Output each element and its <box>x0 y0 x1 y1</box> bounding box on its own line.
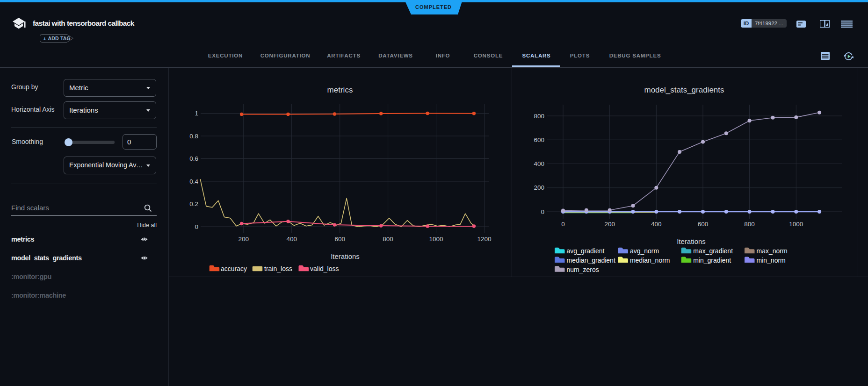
svg-text:1: 1 <box>195 110 198 117</box>
svg-text:min_gradient: min_gradient <box>693 257 731 264</box>
svg-text:400: 400 <box>286 236 297 243</box>
svg-text:0: 0 <box>541 208 544 215</box>
svg-text:1200: 1200 <box>477 236 492 243</box>
svg-text:median_gradient: median_gradient <box>567 257 615 264</box>
svg-text:0.6: 0.6 <box>189 155 198 162</box>
svg-text:400: 400 <box>534 160 544 167</box>
svg-text:0.4: 0.4 <box>189 178 198 185</box>
svg-text:Iterations: Iterations <box>331 252 360 260</box>
svg-text:600: 600 <box>334 236 345 243</box>
svg-text:Iterations: Iterations <box>677 237 706 245</box>
svg-text:+: + <box>43 36 46 42</box>
svg-text:valid_loss: valid_loss <box>310 265 339 272</box>
svg-text:avg_gradient: avg_gradient <box>567 247 605 255</box>
svg-text:accuracy: accuracy <box>221 265 247 272</box>
svg-text:ADD TAG: ADD TAG <box>48 36 71 41</box>
svg-text:0: 0 <box>561 221 565 228</box>
svg-text:1000: 1000 <box>429 236 443 243</box>
svg-text:min_norm: min_norm <box>757 257 786 264</box>
svg-text:avg_norm: avg_norm <box>630 247 659 255</box>
svg-text:600: 600 <box>698 221 709 228</box>
svg-text:metrics: metrics <box>327 86 353 94</box>
svg-text:1000: 1000 <box>789 221 803 228</box>
svg-text:train_loss: train_loss <box>264 265 292 272</box>
svg-text:800: 800 <box>744 221 755 228</box>
svg-text:max_gradient: max_gradient <box>693 247 733 255</box>
svg-text:0.2: 0.2 <box>189 200 198 207</box>
svg-text:200: 200 <box>534 184 544 191</box>
svg-text:num_zeros: num_zeros <box>567 266 599 273</box>
svg-text:0: 0 <box>195 223 198 230</box>
svg-text:200: 200 <box>604 221 615 228</box>
svg-text:400: 400 <box>651 221 662 228</box>
svg-text:0.8: 0.8 <box>189 133 198 140</box>
svg-text:600: 600 <box>534 136 544 143</box>
svg-text:800: 800 <box>383 236 393 243</box>
svg-text:max_norm: max_norm <box>757 247 788 255</box>
svg-text:median_norm: median_norm <box>630 257 670 264</box>
svg-text:800: 800 <box>534 113 544 120</box>
svg-text:model_stats_gradients: model_stats_gradients <box>644 86 724 94</box>
svg-text:200: 200 <box>239 236 249 243</box>
